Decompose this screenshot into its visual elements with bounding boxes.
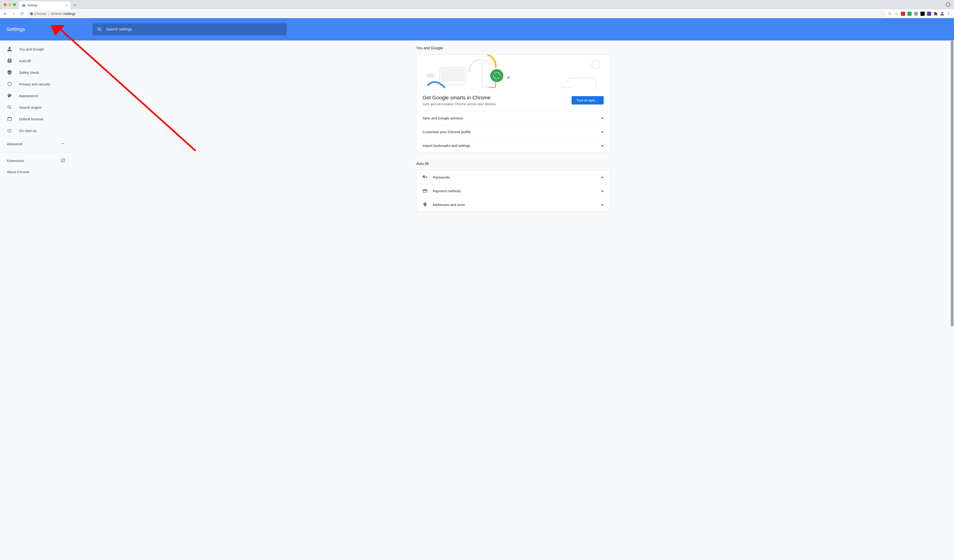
key-icon [422,174,428,180]
chevron-right-icon: ▸ [602,129,604,134]
shield-check-icon [7,70,12,75]
omnibox-divider: | [48,12,49,16]
tab-bar: Settings × + [0,0,954,9]
svg-point-2 [427,73,435,78]
open-in-new-icon [61,158,65,163]
incognito-indicator-icon[interactable] [946,3,950,7]
row-label: Payment methods [433,189,461,193]
location-icon [422,202,428,207]
window-controls [2,3,18,6]
turn-on-sync-button[interactable]: Turn on sync… [572,96,604,104]
search-input[interactable] [106,27,282,31]
extension-3-icon[interactable] [914,12,918,16]
tab-title: Settings [28,4,64,7]
row-import-bookmarks[interactable]: Import bookmarks and settings ▸ [416,138,610,152]
search-settings-box[interactable] [93,23,287,35]
new-tab-button[interactable]: + [72,2,78,8]
row-label: Customise your Chrome profile [422,130,471,134]
sync-heading: Get Google smarts in Chrome [422,95,496,101]
advanced-label: Advanced [7,142,23,146]
hero-illustration [416,55,610,90]
extension-2-icon[interactable] [907,12,912,16]
page-title: Settings [6,26,83,33]
address-bar: Chrome | chrome://settings ☆ [0,9,954,18]
site-info-icon[interactable]: Chrome [30,12,46,16]
palette-icon [7,93,12,98]
you-and-google-card: Get Google smarts in Chrome Sync and per… [416,54,610,152]
chevron-right-icon: ▸ [602,115,604,121]
section-title-you-and-google: You and Google [416,46,610,50]
sync-prompt-row: Get Google smarts in Chrome Sync and per… [416,90,610,111]
row-payment-methods[interactable]: Payment methods ▸ [416,184,610,198]
svg-point-10 [592,60,600,68]
sidebar-item-startup[interactable]: On start-up [0,125,72,136]
sidebar-item-default-browser[interactable]: Default browser [0,113,72,125]
row-label: Import bookmarks and settings [422,144,470,148]
sidebar-item-label: Privacy and security [19,82,50,86]
browser-tab[interactable]: Settings × [19,2,70,9]
bookmark-star-icon[interactable]: ☆ [894,12,899,16]
extensions-puzzle-icon[interactable] [934,12,938,16]
sidebar-item-label: Safety check [19,70,39,75]
extensions-label: Extensions [7,159,24,163]
row-customise-profile[interactable]: Customise your Chrome profile ▸ [416,125,610,138]
extension-5-icon[interactable] [927,12,931,16]
row-addresses[interactable]: Addresses and more ▸ [416,198,610,212]
close-tab-icon[interactable]: × [65,3,67,7]
sidebar-item-appearance[interactable]: Appearance [0,90,72,101]
sidebar-item-search-engine[interactable]: Search engine [0,101,72,113]
svg-rect-1 [441,68,464,81]
clipboard-icon [7,58,12,63]
omnibox-chip-label: Chrome [34,12,46,16]
section-title-autofill: Auto-fill [416,162,610,166]
credit-card-icon [422,188,428,193]
row-label: Passwords [433,175,450,179]
row-passwords[interactable]: Passwords ▸ [416,170,610,184]
power-icon [7,128,12,133]
sidebar-item-label: You and Google [19,47,44,51]
row-label: Sync and Google services [422,116,463,120]
sync-subtext: Sync and personalise Chrome across your … [422,102,496,106]
reload-button[interactable] [19,11,25,17]
browser-window-icon [7,117,12,121]
minimize-window-button[interactable] [8,3,11,6]
autofill-card: Passwords ▸ Payment methods ▸ Addresses … [416,170,610,212]
sidebar-divider [0,152,72,152]
extension-4-icon[interactable] [920,12,924,16]
sidebar-about-link[interactable]: About Chrome [0,166,72,177]
sidebar-item-privacy[interactable]: Privacy and security [0,78,72,90]
search-icon [97,27,102,32]
sidebar-item-safety-check[interactable]: Safety check [0,67,72,78]
about-label: About Chrome [7,170,30,174]
sidebar-advanced-toggle[interactable]: Advanced [0,138,72,150]
row-label: Addresses and more [433,203,465,207]
sidebar-item-label: On start-up [19,129,37,133]
back-button[interactable] [2,11,8,17]
close-window-button[interactable] [4,3,6,6]
extension-1-icon[interactable] [901,12,905,16]
maximize-window-button[interactable] [13,3,16,6]
sidebar-extensions-link[interactable]: Extensions [0,155,72,166]
chevron-down-icon [61,141,65,147]
sidebar-item-you-and-google[interactable]: You and Google [0,43,72,55]
zoom-icon[interactable] [888,12,892,16]
kebab-menu-icon[interactable] [946,12,951,16]
search-icon [7,105,12,110]
svg-point-6 [508,76,510,78]
profile-avatar-icon[interactable] [940,12,944,16]
sidebar-item-label: Default browser [19,117,44,121]
chevron-right-icon: ▸ [602,174,604,180]
row-sync-services[interactable]: Sync and Google services ▸ [416,111,610,125]
sidebar-item-autofill[interactable]: Auto-fill [0,55,72,67]
person-icon [7,47,12,52]
shield-icon [7,81,12,87]
sidebar: You and Google Auto-fill Safety check Pr… [0,40,72,560]
chevron-right-icon: ▸ [602,143,604,148]
scrollbar-thumb[interactable] [951,40,954,326]
gear-icon [22,3,26,7]
omnibox[interactable]: Chrome | chrome://settings [27,11,886,17]
settings-header: Settings [0,18,954,40]
main-content: You and Google [72,40,954,560]
chevron-right-icon: ▸ [602,202,604,207]
forward-button[interactable] [10,11,17,17]
